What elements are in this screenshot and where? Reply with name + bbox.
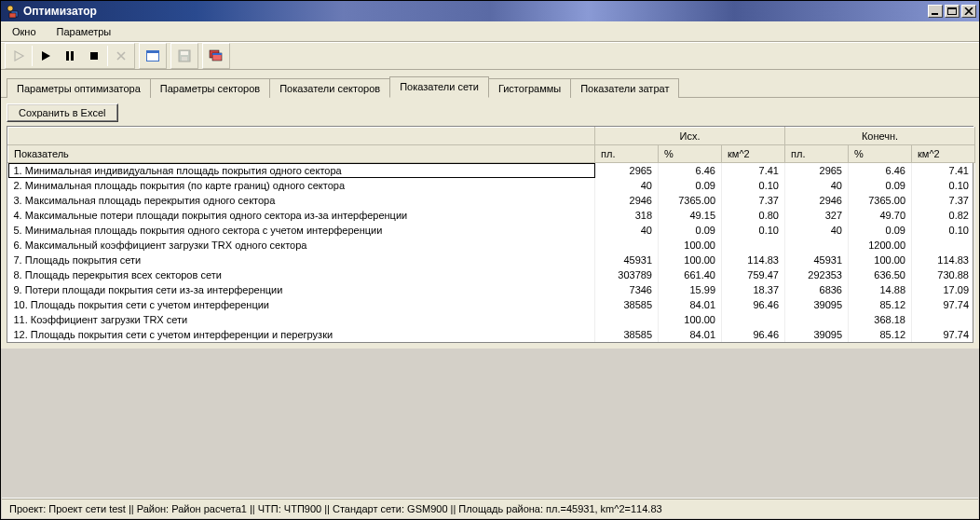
header-group-final[interactable]: Конечн.	[785, 128, 975, 145]
tab-optimizer-params[interactable]: Параметры оптимизатора	[7, 78, 151, 98]
app-icon	[5, 4, 20, 19]
tab-sector-params[interactable]: Параметры секторов	[150, 78, 270, 98]
cell-src-pct: 0.09	[659, 223, 722, 238]
cell-label: 4. Максимальные потери площади покрытия …	[8, 208, 595, 223]
cell-label: 2. Минимальная площадь покрытия (по карт…	[8, 178, 595, 193]
tab-network-indicators[interactable]: Показатели сети	[389, 76, 489, 98]
tab-cost-indicators[interactable]: Показатели затрат	[570, 78, 679, 98]
cell-src-pct: 100.00	[659, 253, 722, 267]
svg-rect-5	[947, 7, 957, 9]
header-src-pct[interactable]: %	[659, 145, 722, 163]
table-row[interactable]: 4. Максимальные потери площади покрытия …	[8, 208, 975, 223]
cell-fin-km2: 7.41	[912, 163, 975, 179]
cell-src-pct: 84.01	[659, 297, 722, 312]
header-src-km2[interactable]: км^2	[722, 145, 785, 163]
cell-fin-pl: 6836	[785, 282, 849, 297]
cell-fin-pct: 636.50	[849, 267, 912, 282]
pause-button[interactable]	[58, 45, 82, 67]
cascade-windows-button[interactable]	[204, 45, 228, 67]
cell-fin-pct: 1200.00	[849, 238, 912, 253]
cell-src-pct: 15.99	[659, 282, 722, 297]
window-controls	[928, 5, 976, 18]
cell-fin-km2	[912, 238, 975, 253]
cell-src-km2	[722, 312, 785, 327]
stop-button[interactable]	[82, 45, 106, 67]
cell-fin-pct: 85.12	[849, 297, 912, 312]
tab-sector-indicators[interactable]: Показатели секторов	[269, 78, 390, 98]
header-group-source[interactable]: Исх.	[595, 128, 785, 145]
cell-fin-km2	[912, 312, 975, 327]
table-row[interactable]: 2. Минимальная площадь покрытия (по карт…	[8, 178, 975, 193]
cell-fin-km2: 97.74	[912, 327, 975, 342]
content-area: Сохранить в Excel Исх. Конечн. Показател…	[1, 98, 979, 349]
cell-src-pl: 40	[595, 223, 659, 238]
svg-rect-16	[212, 53, 222, 55]
cell-fin-km2: 0.82	[912, 208, 975, 223]
svg-rect-10	[146, 50, 159, 53]
cell-fin-km2: 0.10	[912, 178, 975, 193]
cell-label: 8. Площадь перекрытия всех секторов сети	[8, 267, 595, 282]
cell-src-pl: 38585	[595, 327, 659, 342]
header-indicator[interactable]: Показатель	[8, 145, 595, 163]
cell-src-km2: 0.10	[722, 223, 785, 238]
cell-src-km2: 114.83	[722, 253, 785, 267]
cell-src-pl: 303789	[595, 267, 659, 282]
toolbar	[1, 42, 979, 70]
table-row[interactable]: 5. Минимальная площадь покрытия одного с…	[8, 223, 975, 238]
cell-fin-km2: 17.09	[912, 282, 975, 297]
close-button[interactable]	[961, 5, 976, 18]
cell-fin-pct: 0.09	[849, 178, 912, 193]
cell-fin-km2: 730.88	[912, 267, 975, 282]
play-outline-button[interactable]	[7, 45, 31, 67]
header-fin-pct[interactable]: %	[849, 145, 912, 163]
window-view-button[interactable]	[141, 45, 165, 67]
cell-src-km2: 18.37	[722, 282, 785, 297]
cell-fin-pl: 39095	[785, 327, 849, 342]
cell-src-pl: 318	[595, 208, 659, 223]
cell-src-pl: 2946	[595, 193, 659, 208]
statusbar: Проект: Проект сети test || Район: Район…	[2, 498, 978, 518]
cell-fin-pct: 6.46	[849, 163, 912, 179]
table-row[interactable]: 11. Коэффициент загрузки TRX сети100.003…	[8, 312, 975, 327]
cell-fin-km2: 0.10	[912, 223, 975, 238]
tabstrip: Параметры оптимизатора Параметры секторо…	[1, 70, 979, 98]
cell-fin-pct: 100.00	[849, 253, 912, 267]
header-blank[interactable]	[8, 128, 595, 145]
save-to-excel-button[interactable]: Сохранить в Excel	[7, 103, 118, 122]
cell-src-pl: 45931	[595, 253, 659, 267]
header-fin-km2[interactable]: км^2	[912, 145, 975, 163]
table-row[interactable]: 12. Площадь покрытия сети с учетом интер…	[8, 327, 975, 342]
header-fin-pl[interactable]: пл.	[785, 145, 849, 163]
table-row[interactable]: 7. Площадь покрытия сети45931100.00114.8…	[8, 253, 975, 267]
table-row[interactable]: 6. Максимальный коэффициент загрузки TRX…	[8, 238, 975, 253]
cell-label: 1. Минимальная индивидуальная площадь по…	[8, 163, 595, 179]
cancel-button[interactable]	[109, 45, 133, 67]
svg-rect-6	[66, 51, 69, 61]
svg-rect-3	[932, 13, 938, 15]
cell-src-pct: 7365.00	[659, 193, 722, 208]
play-button[interactable]	[34, 45, 58, 67]
minimize-button[interactable]	[928, 5, 943, 18]
svg-rect-2	[9, 13, 16, 18]
table-row[interactable]: 8. Площадь перекрытия всех секторов сети…	[8, 267, 975, 282]
cell-fin-pl	[785, 312, 849, 327]
cell-src-km2: 96.46	[722, 297, 785, 312]
table-row[interactable]: 3. Максимальная площадь перекрытия одног…	[8, 193, 975, 208]
cell-src-km2: 7.41	[722, 163, 785, 179]
window-title: Оптимизатор	[23, 5, 97, 18]
cell-src-km2: 0.80	[722, 208, 785, 223]
menu-parameters[interactable]: Параметры	[51, 24, 117, 39]
table-row[interactable]: 9. Потери площади покрытия сети из-за ин…	[8, 282, 975, 297]
cell-fin-pl: 2946	[785, 193, 849, 208]
header-src-pl[interactable]: пл.	[595, 145, 659, 163]
table-row[interactable]: 1. Минимальная индивидуальная площадь по…	[8, 163, 975, 179]
status-text: Проект: Проект сети test || Район: Район…	[9, 503, 662, 514]
svg-rect-7	[71, 51, 74, 61]
table-row[interactable]: 10. Площадь покрытия сети с учетом интер…	[8, 297, 975, 312]
menu-window[interactable]: Окно	[7, 24, 42, 39]
cell-fin-pct: 0.09	[849, 223, 912, 238]
save-button[interactable]	[172, 45, 197, 67]
maximize-button[interactable]	[945, 5, 960, 18]
cell-label: 12. Площадь покрытия сети с учетом интер…	[8, 327, 595, 342]
tab-histograms[interactable]: Гистограммы	[488, 78, 571, 98]
